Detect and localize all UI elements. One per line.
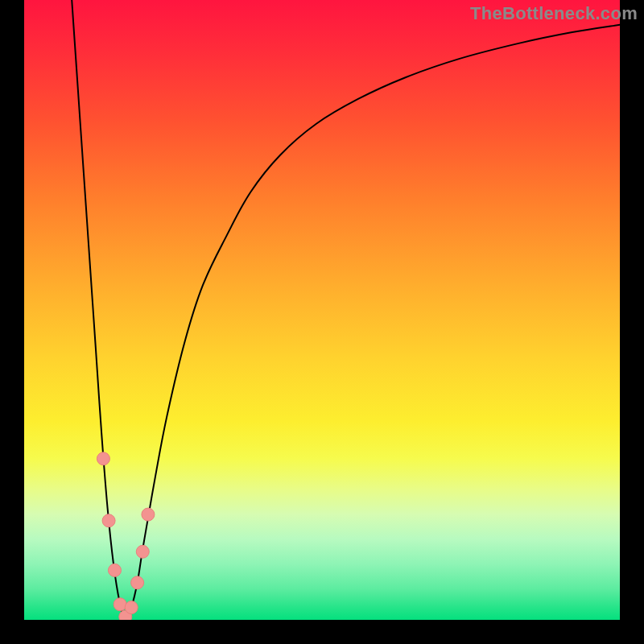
marker-dot [102,514,115,527]
watermark: TheBottleneck.com [470,3,638,24]
chart-frame: TheBottleneck.com [0,0,644,644]
marker-dot [131,576,144,589]
marker-dot [114,598,126,611]
bottleneck-curve [72,0,620,620]
marker-dot [136,545,149,558]
plot-area [24,0,620,620]
marker-dot [108,564,121,576]
marker-dot [142,508,155,521]
marker-dot [97,452,109,465]
curve-layer [24,0,620,620]
marker-dot [125,601,138,614]
